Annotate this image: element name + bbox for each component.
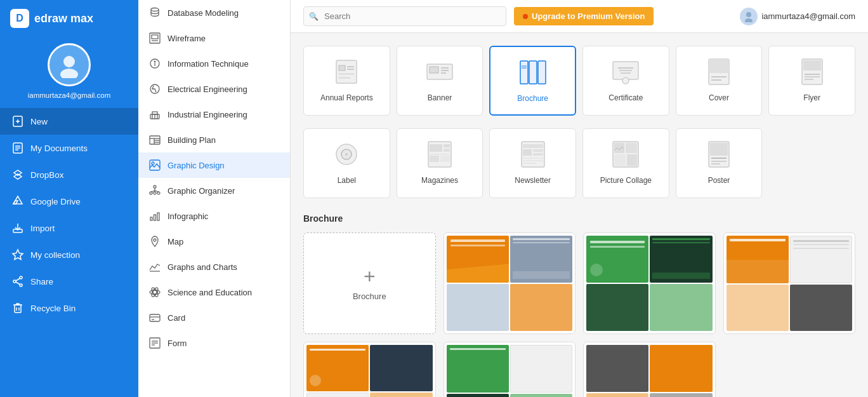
svg-rect-33	[152, 112, 157, 114]
template-card-flyer[interactable]: Flyer	[768, 46, 855, 116]
category-item-database-modeling[interactable]: Database Modeling	[138, 0, 290, 25]
template-card-label[interactable]: Label	[303, 128, 390, 198]
brochure-template-1[interactable]	[444, 232, 576, 334]
sidebar-item-my-collection[interactable]: My collection	[0, 241, 138, 268]
svg-point-16	[20, 276, 22, 279]
brochure-new-card[interactable]: + Brochure	[303, 232, 436, 334]
svg-rect-42	[150, 160, 160, 170]
top-bar: 🔍 Upgrade to Premium Version iammurtaza4…	[291, 0, 868, 33]
sidebar-navigation: New My Documents DropBox Google Drive	[0, 108, 138, 397]
template-card-newsletter[interactable]: Newsletter	[489, 128, 576, 198]
sidebar-item-import-label: Import	[30, 224, 55, 233]
svg-point-54	[154, 239, 156, 241]
brochure-template-3[interactable]	[723, 232, 856, 334]
user-profile: iammurtaza4@gmail.com	[0, 37, 138, 108]
annual-reports-label: Annual Reports	[320, 93, 373, 102]
svg-rect-69	[336, 60, 357, 83]
svg-line-19	[16, 279, 20, 281]
svg-rect-104	[444, 144, 450, 147]
template-type-grid: Annual Reports Banner	[303, 46, 855, 116]
category-item-map[interactable]: Map	[138, 229, 290, 254]
svg-rect-110	[523, 144, 543, 148]
category-sidebar: Database Modeling Wireframe Information …	[138, 0, 291, 397]
sidebar-item-new[interactable]: New	[0, 108, 138, 135]
template-card-certificate[interactable]: Certificate	[582, 46, 669, 116]
template-card-brochure[interactable]: Brochure	[489, 46, 576, 116]
form-icon	[148, 337, 161, 349]
category-item-graphic-organizer[interactable]: Graphic Organizer	[138, 178, 290, 203]
category-item-information-technique[interactable]: Information Technique	[138, 51, 290, 76]
svg-point-18	[20, 284, 22, 286]
search-box: 🔍	[303, 6, 506, 26]
content-area: 🔍 Upgrade to Premium Version iammurtaza4…	[291, 0, 868, 397]
sidebar-item-my-collection-label: My collection	[30, 250, 80, 260]
sidebar-item-share[interactable]: Share	[0, 268, 138, 295]
template-card-poster[interactable]: Poster	[676, 128, 763, 198]
svg-point-43	[152, 162, 154, 165]
share-icon	[11, 275, 24, 288]
template-card-picture-collage[interactable]: Picture Collage	[582, 128, 669, 198]
category-item-science-and-education[interactable]: Science and Education	[138, 279, 290, 305]
svg-point-17	[13, 280, 16, 283]
brand-header: D edraw max	[0, 0, 138, 37]
brochure-new-label: Brochure	[353, 292, 386, 301]
user-avatar-small	[740, 8, 758, 25]
plus-icon: +	[364, 266, 376, 286]
category-item-industrial-engineering-label: Industrial Engineering	[168, 110, 247, 119]
template-card-cover[interactable]: Cover	[676, 46, 763, 116]
sidebar-item-dropbox-label: DropBox	[30, 170, 64, 180]
main-content: Database Modeling Wireframe Information …	[138, 0, 868, 397]
my-collection-icon	[11, 248, 24, 261]
svg-point-89	[622, 77, 629, 84]
category-item-electrical-engineering[interactable]: Electrical Engineering	[138, 76, 290, 102]
svg-rect-123	[710, 143, 728, 156]
svg-rect-70	[339, 65, 345, 71]
sidebar-item-google-drive-label: Google Drive	[30, 197, 81, 206]
brochure-template-2[interactable]	[583, 232, 716, 334]
certificate-icon	[610, 57, 641, 87]
newsletter-label: Newsletter	[515, 176, 551, 185]
sidebar-item-share-label: Share	[30, 277, 53, 286]
sidebar-item-google-drive[interactable]: Google Drive	[0, 188, 138, 215]
brochure-template-6[interactable]	[583, 342, 716, 397]
newsletter-icon	[518, 139, 548, 170]
category-item-graphic-design-label: Graphic Design	[168, 161, 225, 170]
import-icon	[11, 222, 24, 234]
category-item-infographic[interactable]: Infographic	[138, 203, 290, 229]
category-item-form-label: Form	[168, 339, 187, 348]
sidebar-item-my-documents[interactable]: My Documents	[0, 135, 138, 161]
brochure-template-5[interactable]	[444, 342, 576, 397]
science-and-education-icon	[148, 286, 161, 299]
svg-rect-91	[709, 59, 729, 73]
category-item-graphic-organizer-label: Graphic Organizer	[168, 186, 235, 196]
category-item-map-label: Map	[168, 237, 183, 246]
svg-rect-103	[430, 144, 442, 152]
category-item-graphs-and-charts[interactable]: Graphs and Charts	[138, 254, 290, 279]
search-input[interactable]	[303, 6, 506, 26]
svg-rect-80	[520, 61, 528, 84]
category-item-form[interactable]: Form	[138, 330, 290, 356]
template-card-magazines[interactable]: Magazines	[397, 128, 483, 198]
category-item-building-plan-label: Building Plan	[168, 135, 216, 145]
electrical-engineering-icon	[148, 83, 161, 95]
category-item-wireframe[interactable]: Wireframe	[138, 25, 290, 51]
template-card-banner[interactable]: Banner	[397, 46, 483, 116]
category-item-graphic-design[interactable]: Graphic Design	[138, 152, 290, 178]
category-item-industrial-engineering[interactable]: Industrial Engineering	[138, 102, 290, 127]
brochure-template-4[interactable]	[303, 342, 436, 397]
upgrade-button[interactable]: Upgrade to Premium Version	[514, 7, 654, 25]
svg-rect-113	[533, 153, 543, 156]
poster-label: Poster	[708, 176, 730, 185]
my-documents-icon	[11, 142, 24, 154]
sidebar-item-recycle-bin[interactable]: Recycle Bin	[0, 295, 138, 321]
svg-rect-105	[444, 149, 450, 152]
new-icon	[11, 115, 24, 128]
sidebar-item-new-label: New	[30, 117, 48, 126]
category-item-building-plan[interactable]: Building Plan	[138, 127, 290, 152]
category-item-card[interactable]: Card	[138, 305, 290, 330]
template-card-annual-reports[interactable]: Annual Reports	[303, 46, 390, 116]
sidebar-item-import[interactable]: Import	[0, 215, 138, 241]
label-label: Label	[338, 176, 356, 185]
sidebar-item-dropbox[interactable]: DropBox	[0, 161, 138, 188]
recycle-bin-icon	[11, 302, 24, 314]
